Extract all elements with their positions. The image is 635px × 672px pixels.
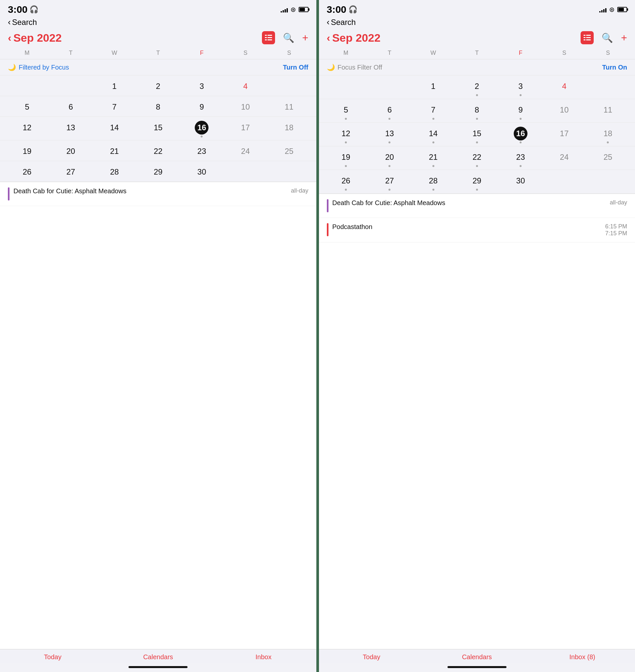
- left-panel: 3:00 🎧 ⊛ ‹ Search ‹ Sep 2022: [0, 0, 316, 672]
- left-day-cell[interactable]: 12: [5, 117, 49, 140]
- right-day-cell[interactable]: 25: [586, 146, 630, 170]
- left-day-cell[interactable]: 25: [267, 141, 311, 161]
- right-cal-month[interactable]: ‹ Sep 2022: [327, 31, 380, 44]
- right-day-cell[interactable]: 20: [368, 146, 411, 170]
- left-search-icon[interactable]: 🔍: [283, 33, 294, 43]
- left-day-cell[interactable]: 29: [136, 161, 180, 182]
- right-day-cell[interactable]: 7: [411, 99, 455, 122]
- left-day-cell[interactable]: 7: [92, 96, 136, 117]
- right-event-2[interactable]: Podcastathon 6:15 PM 7:15 PM: [319, 218, 635, 243]
- right-month-chevron[interactable]: ‹: [327, 32, 330, 44]
- left-day-cell[interactable]: 4: [224, 76, 267, 96]
- right-day-cell[interactable]: 17: [543, 123, 586, 146]
- right-day-cell[interactable]: 21: [411, 146, 455, 170]
- left-day-cell[interactable]: 28: [92, 161, 136, 182]
- right-list-icon[interactable]: [581, 31, 594, 44]
- right-tab-inbox[interactable]: Inbox (8): [530, 653, 635, 661]
- right-day-cell[interactable]: 28: [411, 170, 455, 193]
- left-day-cell[interactable]: 13: [49, 117, 92, 140]
- right-day-cell[interactable]: 15: [455, 123, 499, 146]
- right-day-cell[interactable]: 14: [411, 123, 455, 146]
- left-day-cell[interactable]: 22: [136, 141, 180, 161]
- left-day-cell[interactable]: .: [267, 161, 311, 182]
- left-list-icon[interactable]: [262, 31, 275, 44]
- right-day-cell[interactable]: 18: [586, 123, 630, 146]
- right-day-cell[interactable]: 11: [586, 99, 630, 122]
- left-day-cell[interactable]: 23: [180, 141, 224, 161]
- left-tab-calendars[interactable]: Calendars: [106, 653, 211, 661]
- svg-rect-10: [584, 39, 586, 40]
- left-day-cell[interactable]: 9: [180, 96, 224, 117]
- left-day-cell[interactable]: 17: [224, 117, 267, 140]
- right-search-icon[interactable]: 🔍: [601, 33, 613, 43]
- right-day-cell[interactable]: 9: [499, 99, 542, 122]
- svg-rect-1: [267, 35, 272, 36]
- left-back-label[interactable]: Search: [12, 18, 37, 27]
- right-day-cell[interactable]: 2: [455, 76, 499, 99]
- right-day-cell[interactable]: 10: [543, 99, 586, 122]
- right-today-cell[interactable]: 16: [499, 123, 542, 146]
- left-event-1[interactable]: Death Cab for Cutie: Asphalt Meadows all…: [0, 182, 316, 206]
- right-day-cell[interactable]: 5: [324, 99, 368, 122]
- left-add-icon[interactable]: +: [302, 32, 308, 44]
- right-search-back[interactable]: ‹ Search: [327, 17, 628, 27]
- right-day-cell[interactable]: 19: [324, 146, 368, 170]
- right-day-cell[interactable]: .: [543, 170, 586, 193]
- left-day-cell[interactable]: 6: [49, 96, 92, 117]
- left-day-cell[interactable]: 24: [224, 141, 267, 161]
- right-day-cell[interactable]: 24: [543, 146, 586, 170]
- right-day-cell[interactable]: .: [324, 76, 368, 99]
- right-focus-action[interactable]: Turn On: [602, 64, 627, 71]
- left-day-cell[interactable]: 1: [92, 76, 136, 96]
- right-day-cell[interactable]: 22: [455, 146, 499, 170]
- right-day-cell[interactable]: 13: [368, 123, 411, 146]
- left-day-cell[interactable]: 18: [267, 117, 311, 140]
- right-day-cell[interactable]: 12: [324, 123, 368, 146]
- left-day-cell[interactable]: .: [49, 76, 92, 96]
- left-month-chevron[interactable]: ‹: [8, 32, 12, 44]
- right-day-cell[interactable]: .: [586, 170, 630, 193]
- right-tab-today[interactable]: Today: [319, 653, 424, 661]
- right-day-cell[interactable]: .: [368, 76, 411, 99]
- left-tab-today[interactable]: Today: [0, 653, 106, 661]
- left-day-cell[interactable]: .: [267, 76, 311, 96]
- left-focus-action[interactable]: Turn Off: [283, 64, 308, 71]
- left-day-cell[interactable]: 21: [92, 141, 136, 161]
- left-day-cell[interactable]: 30: [180, 161, 224, 182]
- right-add-icon[interactable]: +: [621, 32, 627, 44]
- right-event-1[interactable]: Death Cab for Cutie: Asphalt Meadows all…: [319, 194, 635, 218]
- right-back-label[interactable]: Search: [331, 18, 356, 27]
- left-day-cell[interactable]: 11: [267, 96, 311, 117]
- left-day-cell[interactable]: .: [5, 76, 49, 96]
- left-search-back[interactable]: ‹ Search: [8, 17, 308, 27]
- left-day-cell[interactable]: 3: [180, 76, 224, 96]
- left-day-cell[interactable]: 19: [5, 141, 49, 161]
- right-day-cell[interactable]: 23: [499, 146, 542, 170]
- right-day-cell[interactable]: .: [586, 76, 630, 99]
- right-day-cell[interactable]: 29: [455, 170, 499, 193]
- left-day-cell[interactable]: 20: [49, 141, 92, 161]
- left-day-cell[interactable]: 14: [92, 117, 136, 140]
- right-back-chevron: ‹: [327, 17, 330, 27]
- left-day-cell[interactable]: .: [224, 161, 267, 182]
- left-day-cell[interactable]: 2: [136, 76, 180, 96]
- right-day-cell[interactable]: 27: [368, 170, 411, 193]
- right-day-cell[interactable]: 6: [368, 99, 411, 122]
- left-day-cell[interactable]: 26: [5, 161, 49, 182]
- left-day-cell[interactable]: 8: [136, 96, 180, 117]
- right-day-cell[interactable]: 8: [455, 99, 499, 122]
- left-tab-inbox[interactable]: Inbox: [211, 653, 316, 661]
- left-day-cell[interactable]: 10: [224, 96, 267, 117]
- left-cal-grid: . . 1 2 3 4 . 5 6 7 8 9 10 11 12 13 14 1…: [0, 76, 316, 182]
- left-today-cell[interactable]: 16: [180, 117, 224, 140]
- right-day-cell[interactable]: 3: [499, 76, 542, 99]
- right-tab-calendars[interactable]: Calendars: [424, 653, 530, 661]
- right-day-cell[interactable]: 30: [499, 170, 542, 193]
- right-day-cell[interactable]: 26: [324, 170, 368, 193]
- left-day-cell[interactable]: 15: [136, 117, 180, 140]
- left-day-cell[interactable]: 27: [49, 161, 92, 182]
- right-day-cell[interactable]: 4: [543, 76, 586, 99]
- right-day-cell[interactable]: 1: [411, 76, 455, 99]
- left-day-cell[interactable]: 5: [5, 96, 49, 117]
- left-cal-month[interactable]: ‹ Sep 2022: [8, 31, 62, 44]
